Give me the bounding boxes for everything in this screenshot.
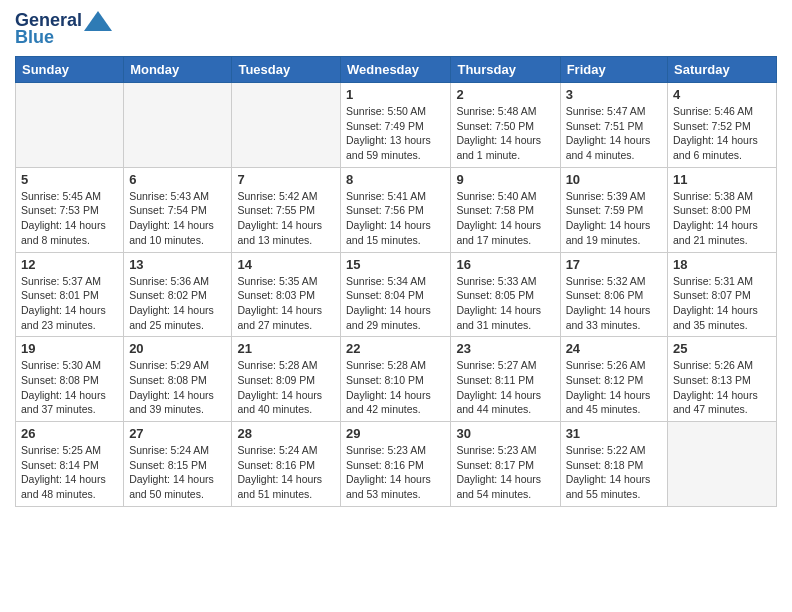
day-number: 12 <box>21 257 118 272</box>
calendar-day: 5Sunrise: 5:45 AM Sunset: 7:53 PM Daylig… <box>16 167 124 252</box>
calendar-day: 21Sunrise: 5:28 AM Sunset: 8:09 PM Dayli… <box>232 337 341 422</box>
day-info: Sunrise: 5:41 AM Sunset: 7:56 PM Dayligh… <box>346 189 445 248</box>
day-info: Sunrise: 5:28 AM Sunset: 8:10 PM Dayligh… <box>346 358 445 417</box>
day-info: Sunrise: 5:25 AM Sunset: 8:14 PM Dayligh… <box>21 443 118 502</box>
day-number: 28 <box>237 426 335 441</box>
header-day-tuesday: Tuesday <box>232 57 341 83</box>
day-number: 31 <box>566 426 662 441</box>
day-info: Sunrise: 5:27 AM Sunset: 8:11 PM Dayligh… <box>456 358 554 417</box>
day-info: Sunrise: 5:26 AM Sunset: 8:12 PM Dayligh… <box>566 358 662 417</box>
calendar-day: 31Sunrise: 5:22 AM Sunset: 8:18 PM Dayli… <box>560 422 667 507</box>
day-info: Sunrise: 5:38 AM Sunset: 8:00 PM Dayligh… <box>673 189 771 248</box>
day-info: Sunrise: 5:22 AM Sunset: 8:18 PM Dayligh… <box>566 443 662 502</box>
day-info: Sunrise: 5:50 AM Sunset: 7:49 PM Dayligh… <box>346 104 445 163</box>
calendar-day <box>232 83 341 168</box>
calendar-day: 15Sunrise: 5:34 AM Sunset: 8:04 PM Dayli… <box>341 252 451 337</box>
header-day-wednesday: Wednesday <box>341 57 451 83</box>
calendar-day: 23Sunrise: 5:27 AM Sunset: 8:11 PM Dayli… <box>451 337 560 422</box>
day-info: Sunrise: 5:48 AM Sunset: 7:50 PM Dayligh… <box>456 104 554 163</box>
day-number: 6 <box>129 172 226 187</box>
day-info: Sunrise: 5:31 AM Sunset: 8:07 PM Dayligh… <box>673 274 771 333</box>
header-day-sunday: Sunday <box>16 57 124 83</box>
day-number: 27 <box>129 426 226 441</box>
calendar-table: SundayMondayTuesdayWednesdayThursdayFrid… <box>15 56 777 507</box>
header-day-saturday: Saturday <box>668 57 777 83</box>
logo: General Blue <box>15 10 112 48</box>
calendar-day: 2Sunrise: 5:48 AM Sunset: 7:50 PM Daylig… <box>451 83 560 168</box>
calendar-day: 7Sunrise: 5:42 AM Sunset: 7:55 PM Daylig… <box>232 167 341 252</box>
calendar-day: 28Sunrise: 5:24 AM Sunset: 8:16 PM Dayli… <box>232 422 341 507</box>
day-info: Sunrise: 5:26 AM Sunset: 8:13 PM Dayligh… <box>673 358 771 417</box>
day-info: Sunrise: 5:34 AM Sunset: 8:04 PM Dayligh… <box>346 274 445 333</box>
day-number: 23 <box>456 341 554 356</box>
calendar-day: 17Sunrise: 5:32 AM Sunset: 8:06 PM Dayli… <box>560 252 667 337</box>
day-info: Sunrise: 5:24 AM Sunset: 8:16 PM Dayligh… <box>237 443 335 502</box>
calendar-day: 26Sunrise: 5:25 AM Sunset: 8:14 PM Dayli… <box>16 422 124 507</box>
day-number: 4 <box>673 87 771 102</box>
calendar-day <box>16 83 124 168</box>
calendar-day: 1Sunrise: 5:50 AM Sunset: 7:49 PM Daylig… <box>341 83 451 168</box>
day-info: Sunrise: 5:47 AM Sunset: 7:51 PM Dayligh… <box>566 104 662 163</box>
day-info: Sunrise: 5:28 AM Sunset: 8:09 PM Dayligh… <box>237 358 335 417</box>
day-number: 16 <box>456 257 554 272</box>
calendar-day: 16Sunrise: 5:33 AM Sunset: 8:05 PM Dayli… <box>451 252 560 337</box>
calendar-day: 3Sunrise: 5:47 AM Sunset: 7:51 PM Daylig… <box>560 83 667 168</box>
day-info: Sunrise: 5:42 AM Sunset: 7:55 PM Dayligh… <box>237 189 335 248</box>
calendar-day: 18Sunrise: 5:31 AM Sunset: 8:07 PM Dayli… <box>668 252 777 337</box>
calendar-day: 27Sunrise: 5:24 AM Sunset: 8:15 PM Dayli… <box>124 422 232 507</box>
calendar-day: 25Sunrise: 5:26 AM Sunset: 8:13 PM Dayli… <box>668 337 777 422</box>
svg-marker-0 <box>84 11 112 31</box>
day-info: Sunrise: 5:30 AM Sunset: 8:08 PM Dayligh… <box>21 358 118 417</box>
calendar-day: 9Sunrise: 5:40 AM Sunset: 7:58 PM Daylig… <box>451 167 560 252</box>
day-info: Sunrise: 5:29 AM Sunset: 8:08 PM Dayligh… <box>129 358 226 417</box>
day-number: 14 <box>237 257 335 272</box>
day-number: 26 <box>21 426 118 441</box>
day-number: 1 <box>346 87 445 102</box>
day-number: 20 <box>129 341 226 356</box>
day-number: 8 <box>346 172 445 187</box>
day-number: 10 <box>566 172 662 187</box>
calendar-day: 24Sunrise: 5:26 AM Sunset: 8:12 PM Dayli… <box>560 337 667 422</box>
day-number: 7 <box>237 172 335 187</box>
day-number: 2 <box>456 87 554 102</box>
calendar-day: 22Sunrise: 5:28 AM Sunset: 8:10 PM Dayli… <box>341 337 451 422</box>
calendar-day: 14Sunrise: 5:35 AM Sunset: 8:03 PM Dayli… <box>232 252 341 337</box>
day-info: Sunrise: 5:24 AM Sunset: 8:15 PM Dayligh… <box>129 443 226 502</box>
calendar-week-2: 5Sunrise: 5:45 AM Sunset: 7:53 PM Daylig… <box>16 167 777 252</box>
day-info: Sunrise: 5:35 AM Sunset: 8:03 PM Dayligh… <box>237 274 335 333</box>
header-day-friday: Friday <box>560 57 667 83</box>
day-number: 5 <box>21 172 118 187</box>
calendar-week-4: 19Sunrise: 5:30 AM Sunset: 8:08 PM Dayli… <box>16 337 777 422</box>
day-info: Sunrise: 5:23 AM Sunset: 8:17 PM Dayligh… <box>456 443 554 502</box>
calendar-day: 12Sunrise: 5:37 AM Sunset: 8:01 PM Dayli… <box>16 252 124 337</box>
day-info: Sunrise: 5:40 AM Sunset: 7:58 PM Dayligh… <box>456 189 554 248</box>
day-number: 29 <box>346 426 445 441</box>
calendar-day: 8Sunrise: 5:41 AM Sunset: 7:56 PM Daylig… <box>341 167 451 252</box>
day-number: 3 <box>566 87 662 102</box>
calendar-day: 4Sunrise: 5:46 AM Sunset: 7:52 PM Daylig… <box>668 83 777 168</box>
day-info: Sunrise: 5:33 AM Sunset: 8:05 PM Dayligh… <box>456 274 554 333</box>
day-info: Sunrise: 5:39 AM Sunset: 7:59 PM Dayligh… <box>566 189 662 248</box>
calendar-week-3: 12Sunrise: 5:37 AM Sunset: 8:01 PM Dayli… <box>16 252 777 337</box>
day-info: Sunrise: 5:46 AM Sunset: 7:52 PM Dayligh… <box>673 104 771 163</box>
header-day-monday: Monday <box>124 57 232 83</box>
day-number: 24 <box>566 341 662 356</box>
day-info: Sunrise: 5:45 AM Sunset: 7:53 PM Dayligh… <box>21 189 118 248</box>
calendar-day: 30Sunrise: 5:23 AM Sunset: 8:17 PM Dayli… <box>451 422 560 507</box>
day-number: 13 <box>129 257 226 272</box>
calendar-day: 11Sunrise: 5:38 AM Sunset: 8:00 PM Dayli… <box>668 167 777 252</box>
day-info: Sunrise: 5:23 AM Sunset: 8:16 PM Dayligh… <box>346 443 445 502</box>
day-info: Sunrise: 5:36 AM Sunset: 8:02 PM Dayligh… <box>129 274 226 333</box>
day-number: 19 <box>21 341 118 356</box>
day-number: 21 <box>237 341 335 356</box>
header-day-thursday: Thursday <box>451 57 560 83</box>
calendar-day: 10Sunrise: 5:39 AM Sunset: 7:59 PM Dayli… <box>560 167 667 252</box>
day-number: 9 <box>456 172 554 187</box>
calendar-day <box>668 422 777 507</box>
day-number: 18 <box>673 257 771 272</box>
day-number: 17 <box>566 257 662 272</box>
calendar-day: 13Sunrise: 5:36 AM Sunset: 8:02 PM Dayli… <box>124 252 232 337</box>
calendar-day <box>124 83 232 168</box>
day-info: Sunrise: 5:32 AM Sunset: 8:06 PM Dayligh… <box>566 274 662 333</box>
calendar-day: 20Sunrise: 5:29 AM Sunset: 8:08 PM Dayli… <box>124 337 232 422</box>
